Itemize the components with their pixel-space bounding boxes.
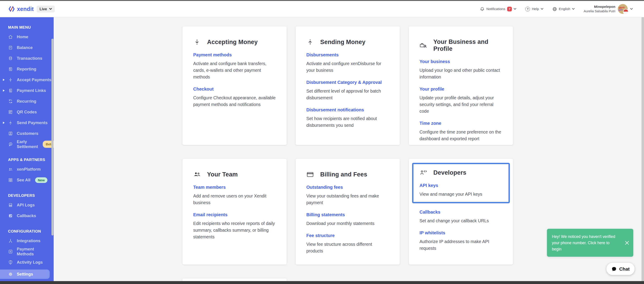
bell-icon <box>480 6 484 12</box>
user-business-name: Aurelia Salsabila Putri <box>584 9 616 14</box>
chat-bubble-icon <box>611 266 617 272</box>
arrow-up-icon <box>8 120 13 125</box>
api-keys-highlight-box: Developers API keys View and manage your… <box>412 163 510 203</box>
apps-grid-icon <box>8 178 13 182</box>
expand-arrow-icon[interactable] <box>3 90 5 92</box>
avatar[interactable]: Mino pelo <box>618 4 628 14</box>
sidebar-item-home[interactable]: Home <box>0 32 54 42</box>
sidebar: MAIN MENU Home Balance Transactions Repo… <box>0 17 54 284</box>
card-title: Your Business and Profile <box>433 38 502 52</box>
svg-text:$: $ <box>10 143 11 145</box>
card-accepting-money: Accepting Money Payment methods Activate… <box>182 26 287 145</box>
link-fee-structure[interactable]: Fee structure <box>306 233 389 238</box>
link-description: Authorize IP addresses to make API reque… <box>420 238 502 252</box>
sidebar-item-settings[interactable]: Settings <box>0 270 50 279</box>
credit-card-icon <box>306 171 314 178</box>
user-menu[interactable]: Minopelepon Aurelia Salsabila Putri Mino… <box>584 4 633 14</box>
card-business-profile: Your Business and Profile Your business … <box>409 26 513 145</box>
link-email-recipients[interactable]: Email recipients <box>193 212 276 217</box>
card-billing-fees: Billing and Fees Outstanding fees View y… <box>296 159 400 264</box>
sidebar-item-payment-links[interactable]: Payment Links <box>0 85 54 96</box>
arrow-down-icon <box>8 77 13 82</box>
chevron-down-icon <box>514 8 516 10</box>
help-label: Help <box>532 7 539 11</box>
sidebar-item-accept-payments[interactable]: Accept Payments <box>0 74 54 85</box>
environment-switcher[interactable]: Live <box>37 6 55 12</box>
link-team-members[interactable]: Team members <box>193 185 276 190</box>
sidebar-item-balance[interactable]: Balance <box>0 42 54 53</box>
people-icon <box>8 167 13 172</box>
sidebar-item-send-payments[interactable]: Send Payments <box>0 118 54 128</box>
link-your-profile[interactable]: Your profile <box>420 86 502 92</box>
link-billing-statements[interactable]: Billing statements <box>306 212 389 217</box>
sidebar-item-early-settlement[interactable]: $ Early Settlement Beta <box>0 139 54 150</box>
card-title: Developers <box>433 169 466 176</box>
link-api-keys[interactable]: API keys <box>420 183 504 188</box>
callback-icon <box>8 213 13 218</box>
phone-verification-toast[interactable]: Hey! We noticed you haven't verified you… <box>547 229 633 257</box>
page-scrollbar[interactable] <box>642 17 644 284</box>
api-logs-icon: LOG <box>8 202 13 208</box>
sidebar-item-activity-logs[interactable]: Activity Logs <box>0 257 54 268</box>
sidebar-item-see-all[interactable]: See All New <box>0 175 54 186</box>
chevron-down-icon <box>630 8 633 10</box>
sidebar-section-configuration: CONFIGURATION <box>8 229 54 234</box>
coin-stack-icon <box>8 56 13 61</box>
globe-icon <box>552 7 557 12</box>
sidebar-item-qr-codes[interactable]: QR Codes <box>0 107 54 118</box>
chevron-down-icon <box>572 8 575 10</box>
sidebar-section-apps-partners: APPS & PARTNERS <box>8 158 54 162</box>
arrow-down-icon <box>193 38 201 46</box>
sidebar-item-callbacks[interactable]: Callbacks <box>0 210 54 221</box>
shield-icon <box>8 260 13 265</box>
link-description: Configure Checkout appearance, available… <box>193 94 276 108</box>
close-icon[interactable] <box>625 240 629 245</box>
document-icon <box>8 45 13 50</box>
expand-arrow-icon[interactable] <box>3 79 5 81</box>
briefcase-person-icon <box>420 42 427 49</box>
sidebar-item-payment-methods[interactable]: Payment Methods <box>0 246 54 257</box>
card-sending-money: Sending Money Disbursements Activate and… <box>296 26 400 145</box>
link-disbursement-category[interactable]: Disbursement Category & Approval <box>306 80 389 85</box>
sidebar-item-reporting[interactable]: Reporting <box>0 64 54 74</box>
notifications-label: Notifications <box>486 7 505 11</box>
qr-code-icon <box>8 110 13 114</box>
language-menu[interactable]: English <box>552 7 575 12</box>
sidebar-item-api-logs[interactable]: LOG API Logs <box>0 200 54 210</box>
link-description: Set how recipients are notified about di… <box>306 115 389 128</box>
help-menu[interactable]: ? Help <box>525 7 544 12</box>
chat-label: Chat <box>619 266 630 272</box>
link-description: View and manage your API keys <box>420 191 504 198</box>
report-icon <box>8 67 13 72</box>
link-callbacks[interactable]: Callbacks <box>420 210 502 215</box>
toast-message[interactable]: Hey! We noticed you haven't verified you… <box>552 234 619 252</box>
card-developers: Developers API keys View and manage your… <box>409 159 513 264</box>
customer-icon <box>8 131 13 136</box>
link-payment-methods[interactable]: Payment methods <box>193 52 276 58</box>
sidebar-item-transactions[interactable]: Transactions <box>0 53 54 64</box>
link-time-zone[interactable]: Time zone <box>420 121 502 126</box>
new-badge: New <box>35 177 48 183</box>
link-outstanding-fees[interactable]: Outstanding fees <box>306 185 389 190</box>
expand-arrow-icon[interactable] <box>3 122 5 124</box>
link-disbursements[interactable]: Disbursements <box>306 52 389 58</box>
sidebar-item-integrations[interactable]: Integrations <box>0 236 54 246</box>
link-description: Upload your logo and other public contac… <box>420 67 502 80</box>
brand-name: xendit <box>17 6 34 12</box>
chevron-down-icon <box>49 8 52 10</box>
link-description: Update your profile details, adjust your… <box>420 94 502 114</box>
card-your-team: Your Team Team members Add and remove us… <box>182 159 287 264</box>
xendit-logo[interactable]: xendit <box>8 6 34 12</box>
sidebar-item-customers[interactable]: Customers <box>0 128 54 139</box>
sidebar-item-recurring[interactable]: Recurring <box>0 96 54 107</box>
link-ip-whitelists[interactable]: IP whitelists <box>420 230 502 236</box>
link-description: Set and change your callback URLs <box>420 217 502 224</box>
chat-button[interactable]: Chat <box>606 263 634 275</box>
notifications-menu[interactable]: Notifications 7 <box>480 6 516 12</box>
help-icon: ? <box>525 7 530 12</box>
sidebar-scrollbar[interactable] <box>52 39 54 236</box>
link-disbursement-notifications[interactable]: Disbursement notifications <box>306 107 389 112</box>
link-checkout[interactable]: Checkout <box>193 86 276 92</box>
link-your-business[interactable]: Your business <box>420 59 502 64</box>
sidebar-item-xenplatform[interactable]: xenPlatform <box>0 164 54 175</box>
